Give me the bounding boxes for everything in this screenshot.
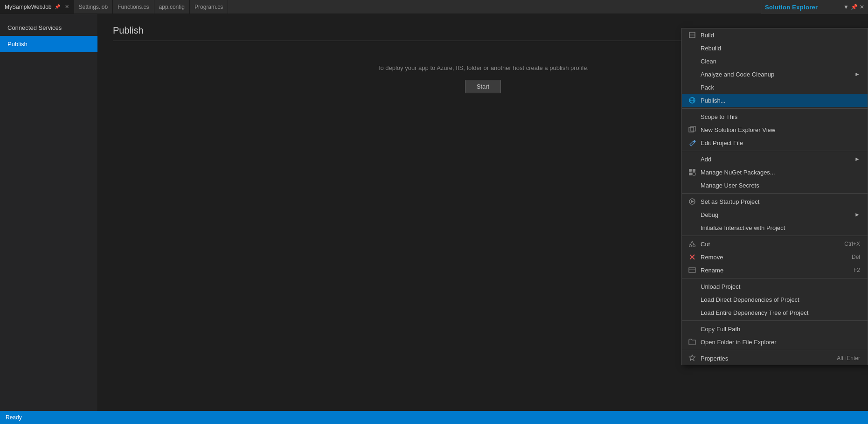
ctx-item-new-se-view[interactable]: New Solution Explorer View [682,123,868,136]
status-bar: Ready [0,411,868,424]
ctx-item-unload[interactable]: Unload Project [682,280,868,293]
dropdown-arrow-icon[interactable]: ▼ [843,4,849,10]
ctx-label-nuget: Manage NuGet Packages... [701,169,860,176]
globe-icon [687,97,697,104]
sidebar-item-label: Connected Services [7,24,62,31]
separator-1 [682,108,868,109]
tab-mysamplewebjob[interactable]: MySampleWebJob 📌 ✕ [0,0,74,14]
ctx-label-rebuild: Rebuild [701,45,860,52]
sidebar: Connected Services Publish [0,14,98,411]
ctx-label-analyze: Analyze and Code Cleanup [701,71,851,78]
ctx-label-clean: Clean [701,58,860,65]
tab-label: app.config [159,4,185,10]
separator-6 [682,320,868,321]
ctx-label-edit-project: Edit Project File [701,139,860,146]
solution-explorer-label: Solution Explorer [765,4,841,11]
tab-label: Settings.job [79,4,108,10]
ctx-item-analyze[interactable]: Analyze and Code Cleanup ► [682,68,868,81]
pin-icon[interactable]: 📌 [55,4,60,9]
ctx-label-properties: Properties [701,355,822,362]
build-icon [687,31,697,39]
status-text: Ready [6,414,22,421]
ctx-item-edit-project[interactable]: Edit Project File [682,136,868,149]
tab-functions-cs[interactable]: Functions.cs [113,0,154,14]
tab-label: Program.cs [194,4,223,10]
solution-explorer-header: Solution Explorer ▼ 📌 ✕ [761,0,868,14]
svg-rect-18 [689,268,695,272]
rename-icon [687,266,697,274]
ctx-item-rebuild[interactable]: Rebuild [682,42,868,55]
ctx-label-rename: Rename [701,267,839,274]
ctx-item-nuget[interactable]: Manage NuGet Packages... [682,166,868,179]
separator-5 [682,278,868,278]
svg-rect-9 [689,173,692,175]
tab-bar: MySampleWebJob 📌 ✕ Settings.job Function… [0,0,868,14]
ctx-item-build[interactable]: Build [682,28,868,42]
svg-rect-8 [693,169,695,172]
ctx-item-load-direct[interactable]: Load Direct Dependencies of Project [682,293,868,306]
ctx-item-cut[interactable]: Cut Ctrl+X [682,237,868,250]
svg-line-15 [692,241,694,245]
startup-icon [687,198,697,205]
ctx-label-publish: Publish... [701,97,860,104]
ctx-label-init-interactive: Initialize Interactive with Project [701,224,860,231]
separator-4 [682,236,868,236]
ctx-shortcut-rename: F2 [854,267,860,273]
edit-project-icon [687,139,697,146]
ctx-item-properties[interactable]: Properties Alt+Enter [682,352,868,365]
sidebar-item-label: Publish [7,41,28,48]
ctx-item-clean[interactable]: Clean [682,55,868,68]
ctx-item-publish[interactable]: Publish... [682,94,868,107]
ctx-label-load-tree: Load Entire Dependency Tree of Project [701,309,860,316]
ctx-item-startup[interactable]: Set as Startup Project [682,195,868,208]
arrow-icon: ► [854,156,860,162]
ctx-label-scope: Scope to This [701,113,860,120]
separator-2 [682,151,868,151]
ctx-label-open-folder: Open Folder in File Explorer [701,339,860,346]
ctx-item-add[interactable]: Add ► [682,153,868,166]
svg-point-13 [693,245,695,247]
svg-rect-10 [693,173,695,175]
ctx-item-user-secrets[interactable]: Manage User Secrets [682,179,868,192]
tab-program-cs[interactable]: Program.cs [190,0,228,14]
ctx-shortcut-remove: Del [852,254,860,260]
ctx-item-pack[interactable]: Pack [682,81,868,94]
svg-point-12 [689,245,692,247]
close-icon[interactable]: ✕ [860,4,864,10]
ctx-label-debug: Debug [701,211,851,218]
ctx-item-debug[interactable]: Debug ► [682,208,868,221]
tab-label: MySampleWebJob [5,4,52,10]
sidebar-item-connected-services[interactable]: Connected Services [0,20,97,36]
ctx-item-rename[interactable]: Rename F2 [682,264,868,277]
tab-app-config[interactable]: app.config [154,0,190,14]
ctx-label-startup: Set as Startup Project [701,198,860,205]
ctx-label-unload: Unload Project [701,283,860,290]
close-icon[interactable]: ✕ [65,4,69,10]
new-se-icon [687,126,697,133]
start-button[interactable]: Start [465,80,501,93]
ctx-label-user-secrets: Manage User Secrets [701,182,860,189]
pushpin-icon[interactable]: 📌 [851,4,858,10]
context-menu: Build Rebuild Clean Analyze and Code Cle… [681,28,868,365]
ctx-item-copy-path[interactable]: Copy Full Path [682,322,868,335]
ctx-item-load-tree[interactable]: Load Entire Dependency Tree of Project [682,306,868,319]
cut-icon [687,240,697,248]
svg-rect-7 [689,169,692,172]
folder-icon [687,338,697,346]
arrow-icon: ► [854,71,860,77]
ctx-item-open-folder[interactable]: Open Folder in File Explorer [682,335,868,348]
ctx-shortcut-properties: Alt+Enter [837,355,860,361]
ctx-label-remove: Remove [701,254,837,261]
ctx-label-cut: Cut [701,241,829,248]
tab-label: Functions.cs [118,4,149,10]
sidebar-item-publish[interactable]: Publish [0,36,97,52]
ctx-item-remove[interactable]: Remove Del [682,250,868,264]
ctx-label-add: Add [701,156,851,163]
arrow-icon: ► [854,211,860,218]
ctx-item-scope[interactable]: Scope to This [682,110,868,123]
ctx-label-build: Build [701,32,860,39]
svg-line-14 [690,241,692,245]
ctx-label-pack: Pack [701,84,860,91]
tab-settings-job[interactable]: Settings.job [74,0,113,14]
ctx-item-init-interactive[interactable]: Initialize Interactive with Project [682,221,868,234]
